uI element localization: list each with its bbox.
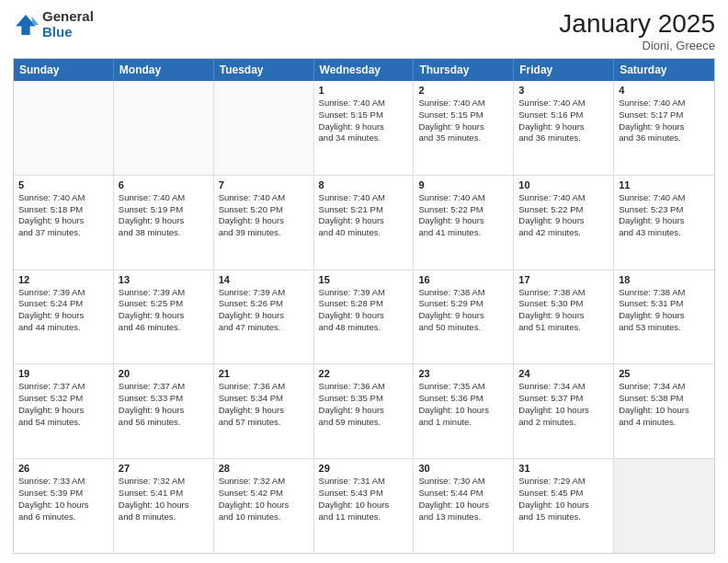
day-info: Sunrise: 7:35 AM Sunset: 5:36 PM Dayligh… bbox=[418, 381, 508, 428]
calendar-cell: 22Sunrise: 7:36 AM Sunset: 5:35 PM Dayli… bbox=[314, 364, 415, 458]
header: General Blue January 2025 Dioni, Greece bbox=[13, 9, 715, 52]
logo-text: General Blue bbox=[42, 9, 94, 40]
calendar-cell: 1Sunrise: 7:40 AM Sunset: 5:15 PM Daylig… bbox=[314, 81, 415, 175]
calendar-cell bbox=[614, 459, 714, 553]
day-info: Sunrise: 7:39 AM Sunset: 5:24 PM Dayligh… bbox=[18, 287, 108, 334]
calendar-cell: 31Sunrise: 7:29 AM Sunset: 5:45 PM Dayli… bbox=[514, 459, 614, 553]
calendar-cell: 10Sunrise: 7:40 AM Sunset: 5:22 PM Dayli… bbox=[514, 176, 614, 270]
page: General Blue January 2025 Dioni, Greece … bbox=[0, 0, 728, 563]
day-info: Sunrise: 7:33 AM Sunset: 5:39 PM Dayligh… bbox=[18, 476, 108, 523]
day-info: Sunrise: 7:38 AM Sunset: 5:31 PM Dayligh… bbox=[619, 287, 710, 334]
calendar-cell: 24Sunrise: 7:34 AM Sunset: 5:37 PM Dayli… bbox=[514, 364, 614, 458]
header-day-saturday: Saturday bbox=[614, 59, 714, 81]
calendar-cell: 2Sunrise: 7:40 AM Sunset: 5:15 PM Daylig… bbox=[414, 81, 514, 175]
day-info: Sunrise: 7:29 AM Sunset: 5:45 PM Dayligh… bbox=[518, 476, 609, 523]
day-number: 30 bbox=[418, 463, 508, 474]
day-number: 20 bbox=[119, 368, 209, 379]
day-number: 3 bbox=[518, 85, 609, 96]
day-info: Sunrise: 7:40 AM Sunset: 5:22 PM Dayligh… bbox=[418, 192, 508, 239]
day-number: 9 bbox=[418, 179, 508, 190]
header-day-wednesday: Wednesday bbox=[314, 59, 415, 81]
calendar-cell: 9Sunrise: 7:40 AM Sunset: 5:22 PM Daylig… bbox=[414, 176, 514, 270]
calendar: SundayMondayTuesdayWednesdayThursdayFrid… bbox=[13, 58, 715, 554]
day-info: Sunrise: 7:40 AM Sunset: 5:17 PM Dayligh… bbox=[619, 98, 710, 144]
day-info: Sunrise: 7:34 AM Sunset: 5:38 PM Dayligh… bbox=[619, 381, 710, 428]
day-number: 14 bbox=[219, 274, 309, 285]
calendar-cell: 23Sunrise: 7:35 AM Sunset: 5:36 PM Dayli… bbox=[414, 364, 514, 458]
day-number: 7 bbox=[219, 179, 309, 190]
day-info: Sunrise: 7:40 AM Sunset: 5:16 PM Dayligh… bbox=[518, 98, 609, 144]
calendar-cell: 15Sunrise: 7:39 AM Sunset: 5:28 PM Dayli… bbox=[314, 270, 415, 364]
title-block: January 2025 Dioni, Greece bbox=[559, 9, 715, 52]
calendar-cell: 14Sunrise: 7:39 AM Sunset: 5:26 PM Dayli… bbox=[214, 270, 314, 364]
calendar-cell: 20Sunrise: 7:37 AM Sunset: 5:33 PM Dayli… bbox=[114, 364, 214, 458]
calendar-cell: 11Sunrise: 7:40 AM Sunset: 5:23 PM Dayli… bbox=[614, 176, 714, 270]
day-info: Sunrise: 7:39 AM Sunset: 5:25 PM Dayligh… bbox=[119, 287, 209, 334]
calendar-row-0: 1Sunrise: 7:40 AM Sunset: 5:15 PM Daylig… bbox=[14, 81, 714, 175]
day-number: 26 bbox=[18, 463, 108, 474]
calendar-cell: 21Sunrise: 7:36 AM Sunset: 5:34 PM Dayli… bbox=[214, 364, 314, 458]
calendar-cell: 8Sunrise: 7:40 AM Sunset: 5:21 PM Daylig… bbox=[314, 176, 415, 270]
day-info: Sunrise: 7:39 AM Sunset: 5:26 PM Dayligh… bbox=[219, 287, 309, 334]
calendar-cell: 18Sunrise: 7:38 AM Sunset: 5:31 PM Dayli… bbox=[614, 270, 714, 364]
calendar-cell: 12Sunrise: 7:39 AM Sunset: 5:24 PM Dayli… bbox=[14, 270, 114, 364]
header-day-tuesday: Tuesday bbox=[214, 59, 314, 81]
calendar-cell: 19Sunrise: 7:37 AM Sunset: 5:32 PM Dayli… bbox=[14, 364, 114, 458]
day-number: 28 bbox=[219, 463, 309, 474]
day-info: Sunrise: 7:31 AM Sunset: 5:43 PM Dayligh… bbox=[319, 476, 409, 523]
day-info: Sunrise: 7:38 AM Sunset: 5:30 PM Dayligh… bbox=[518, 287, 609, 334]
day-number: 25 bbox=[619, 368, 710, 379]
day-info: Sunrise: 7:34 AM Sunset: 5:37 PM Dayligh… bbox=[518, 381, 609, 428]
day-info: Sunrise: 7:36 AM Sunset: 5:35 PM Dayligh… bbox=[319, 381, 409, 428]
calendar-cell: 3Sunrise: 7:40 AM Sunset: 5:16 PM Daylig… bbox=[514, 81, 614, 175]
logo: General Blue bbox=[13, 9, 94, 40]
day-number: 17 bbox=[518, 274, 609, 285]
day-info: Sunrise: 7:30 AM Sunset: 5:44 PM Dayligh… bbox=[418, 476, 508, 523]
day-number: 2 bbox=[418, 85, 508, 96]
day-number: 5 bbox=[18, 179, 108, 190]
day-number: 27 bbox=[119, 463, 209, 474]
day-number: 10 bbox=[518, 179, 609, 190]
header-day-friday: Friday bbox=[514, 59, 614, 81]
calendar-cell: 17Sunrise: 7:38 AM Sunset: 5:30 PM Dayli… bbox=[514, 270, 614, 364]
logo-blue-label: Blue bbox=[42, 25, 94, 40]
calendar-row-3: 19Sunrise: 7:37 AM Sunset: 5:32 PM Dayli… bbox=[14, 363, 714, 458]
day-number: 15 bbox=[319, 274, 409, 285]
day-info: Sunrise: 7:38 AM Sunset: 5:29 PM Dayligh… bbox=[418, 287, 508, 334]
day-info: Sunrise: 7:40 AM Sunset: 5:15 PM Dayligh… bbox=[319, 98, 409, 144]
calendar-row-4: 26Sunrise: 7:33 AM Sunset: 5:39 PM Dayli… bbox=[14, 458, 714, 553]
day-number: 31 bbox=[518, 463, 609, 474]
header-day-thursday: Thursday bbox=[414, 59, 514, 81]
day-number: 21 bbox=[219, 368, 309, 379]
month-title: January 2025 bbox=[559, 9, 715, 39]
calendar-cell: 29Sunrise: 7:31 AM Sunset: 5:43 PM Dayli… bbox=[314, 459, 415, 553]
calendar-cell bbox=[214, 81, 314, 175]
calendar-cell: 27Sunrise: 7:32 AM Sunset: 5:41 PM Dayli… bbox=[114, 459, 214, 553]
calendar-cell: 13Sunrise: 7:39 AM Sunset: 5:25 PM Dayli… bbox=[114, 270, 214, 364]
day-number: 22 bbox=[319, 368, 409, 379]
day-number: 24 bbox=[518, 368, 609, 379]
day-number: 1 bbox=[319, 85, 409, 96]
calendar-cell: 6Sunrise: 7:40 AM Sunset: 5:19 PM Daylig… bbox=[114, 176, 214, 270]
day-number: 29 bbox=[319, 463, 409, 474]
day-number: 11 bbox=[619, 179, 710, 190]
logo-general-label: General bbox=[42, 9, 94, 25]
day-number: 16 bbox=[418, 274, 508, 285]
day-info: Sunrise: 7:40 AM Sunset: 5:19 PM Dayligh… bbox=[119, 192, 209, 239]
day-info: Sunrise: 7:40 AM Sunset: 5:22 PM Dayligh… bbox=[518, 192, 609, 239]
location: Dioni, Greece bbox=[559, 39, 715, 52]
header-day-monday: Monday bbox=[114, 59, 214, 81]
day-number: 4 bbox=[619, 85, 710, 96]
day-info: Sunrise: 7:32 AM Sunset: 5:41 PM Dayligh… bbox=[119, 476, 209, 523]
calendar-header: SundayMondayTuesdayWednesdayThursdayFrid… bbox=[14, 59, 714, 81]
header-day-sunday: Sunday bbox=[14, 59, 114, 81]
calendar-cell: 5Sunrise: 7:40 AM Sunset: 5:18 PM Daylig… bbox=[14, 176, 114, 270]
day-info: Sunrise: 7:37 AM Sunset: 5:33 PM Dayligh… bbox=[119, 381, 209, 428]
calendar-cell: 26Sunrise: 7:33 AM Sunset: 5:39 PM Dayli… bbox=[14, 459, 114, 553]
day-info: Sunrise: 7:40 AM Sunset: 5:21 PM Dayligh… bbox=[319, 192, 409, 239]
calendar-cell: 28Sunrise: 7:32 AM Sunset: 5:42 PM Dayli… bbox=[214, 459, 314, 553]
calendar-body: 1Sunrise: 7:40 AM Sunset: 5:15 PM Daylig… bbox=[14, 81, 714, 553]
day-number: 18 bbox=[619, 274, 710, 285]
day-number: 12 bbox=[18, 274, 108, 285]
day-info: Sunrise: 7:39 AM Sunset: 5:28 PM Dayligh… bbox=[319, 287, 409, 334]
